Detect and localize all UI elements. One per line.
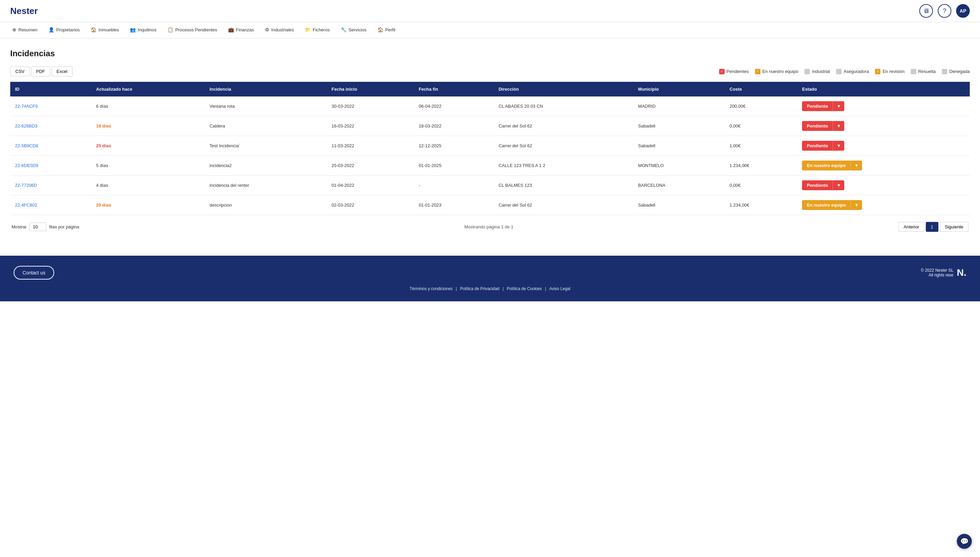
nav-label-propietarios: Propietarios — [56, 27, 80, 33]
row-id-link[interactable]: 22-4FC802 — [15, 202, 37, 208]
page-1-button[interactable]: 1 — [926, 222, 938, 232]
cell-municipio: MONTMELO — [633, 156, 725, 176]
cell-updated: 20 días — [91, 195, 205, 215]
status-badge-dropdown[interactable]: ▼ — [833, 180, 844, 190]
main-content: Incidencias CSV PDF Excel Pendientes En … — [0, 39, 980, 242]
table-header-row: ID Actualizado hace Incidencia Fecha ini… — [10, 82, 970, 96]
footer-link-privacy[interactable]: Política de Privacidad — [460, 286, 499, 291]
propietarios-icon: 👤 — [49, 27, 54, 33]
status-badge-dropdown[interactable]: ▼ — [833, 141, 844, 151]
status-badge-dropdown[interactable]: ▼ — [833, 121, 844, 131]
row-id-link[interactable]: 22-77206D — [15, 183, 37, 188]
cell-fecha-inicio: 16-03-2022 — [327, 116, 414, 136]
cell-fecha-fin: 01-01-2023 — [414, 195, 494, 215]
col-id: ID — [10, 82, 91, 96]
header: Nester 🖥 ? AP — [0, 0, 980, 22]
nav-item-procesos[interactable]: 📋 Procesos Pendientes — [162, 22, 223, 38]
status-badge: Pendiente ▼ — [802, 101, 844, 111]
nav-label-inquilinos: Inquilinos — [138, 27, 157, 33]
procesos-icon: 📋 — [168, 27, 173, 33]
row-id-link[interactable]: 22-74ACF9 — [15, 104, 38, 109]
nav-label-finanzas: Finanzas — [236, 27, 254, 33]
nav-item-propietarios[interactable]: 👤 Propietarios — [43, 22, 85, 38]
cell-coste: 0,00€ — [725, 116, 797, 136]
footer-brand: © 2022 Nester SL All rights rese N. — [921, 267, 966, 278]
footer-link-legal[interactable]: Aviso Legal — [550, 286, 571, 291]
en-revision-checkbox[interactable] — [875, 69, 881, 74]
footer-link-cookies[interactable]: Política de Cookies — [507, 286, 542, 291]
ficheros-icon: 📁 — [305, 27, 311, 33]
cell-municipio: Sabadell — [633, 136, 725, 156]
resuelta-checkbox[interactable] — [911, 69, 916, 74]
status-badge-dropdown[interactable]: ▼ — [850, 200, 862, 210]
row-id-link[interactable]: 22-5B9CD8 — [15, 143, 38, 148]
cell-municipio: Sabadell — [633, 116, 725, 136]
rows-per-page: Mostrar filas por página — [11, 223, 79, 231]
status-badge: Pendiente ▼ — [802, 121, 844, 131]
page-info: Mostrando página 1 de 1 — [465, 224, 514, 230]
industrial-label: Industrial — [812, 69, 830, 74]
status-badge-dropdown[interactable]: ▼ — [833, 101, 844, 111]
table-row: 22-4FC80220 díasdescripcion02-03-202201-… — [10, 195, 970, 215]
prev-button[interactable]: Anterior — [898, 222, 925, 232]
export-buttons: CSV PDF Excel — [10, 67, 73, 77]
filter-aseguradora[interactable]: Aseguradora — [836, 69, 869, 74]
cell-updated: 18 días — [91, 116, 205, 136]
filter-denegada[interactable]: Denegada — [942, 69, 970, 74]
help-button[interactable]: ? — [938, 4, 951, 18]
header-actions: 🖥 ? AP — [919, 4, 970, 18]
table-row: 22-74ACF96 díasVentana rota30-03-202206-… — [10, 96, 970, 116]
cell-fecha-inicio: 01-04-2022 — [327, 176, 414, 195]
nav-item-perfil[interactable]: 🏠 Perfil — [372, 22, 401, 38]
cell-id: 22-4FC802 — [10, 195, 91, 215]
filter-industrial[interactable]: Industrial — [804, 69, 830, 74]
user-menu-button[interactable]: AP — [956, 4, 970, 18]
status-badge: En nuestro equipo ▼ — [802, 161, 862, 171]
col-updated: Actualizado hace — [91, 82, 205, 96]
status-badge-text: Pendiente — [802, 180, 833, 190]
footer-link-terms[interactable]: Términos y condiciones — [409, 286, 452, 291]
cell-estado: Pendiente ▼ — [797, 176, 970, 195]
status-badge-dropdown[interactable]: ▼ — [850, 161, 862, 171]
nav-item-industriales[interactable]: ⚙ Industriales — [259, 22, 299, 38]
next-button[interactable]: Siguiente — [940, 222, 969, 232]
status-badge-text: Pendiente — [802, 141, 833, 151]
table-body: 22-74ACF96 díasVentana rota30-03-202206-… — [10, 96, 970, 215]
aseguradora-checkbox[interactable] — [836, 69, 841, 74]
csv-button[interactable]: CSV — [10, 67, 30, 77]
nav-item-finanzas[interactable]: 💼 Finanzas — [223, 22, 259, 38]
aseguradora-label: Aseguradora — [844, 69, 869, 74]
contact-button[interactable]: Contact us — [14, 266, 54, 280]
row-id-link[interactable]: 22-6DE5D9 — [15, 163, 38, 168]
cell-updated: 5 días — [91, 156, 205, 176]
denegada-checkbox[interactable] — [942, 69, 947, 74]
filter-resuelta[interactable]: Resuelta — [911, 69, 936, 74]
en-nuestro-equipo-checkbox[interactable] — [755, 69, 760, 74]
filter-pendientes[interactable]: Pendientes — [719, 69, 749, 74]
footer-bottom: Términos y condiciones | Política de Pri… — [14, 286, 966, 291]
rows-label: Mostrar — [11, 224, 27, 230]
pendientes-label: Pendientes — [727, 69, 749, 74]
industrial-checkbox[interactable] — [804, 69, 810, 74]
pdf-button[interactable]: PDF — [31, 67, 50, 77]
pagination-row: Mostrar filas por página Mostrando págin… — [10, 222, 970, 232]
filter-en-nuestro-equipo[interactable]: En nuestro equipo — [755, 69, 799, 74]
finanzas-icon: 💼 — [228, 27, 234, 33]
cell-coste: 0,00€ — [725, 176, 797, 195]
monitor-button[interactable]: 🖥 — [919, 4, 933, 18]
nav-item-resumen[interactable]: ⊕ Resumen — [7, 22, 43, 38]
nav-item-inmuebles[interactable]: 🏠 Inmuebles — [85, 22, 124, 38]
rows-input[interactable] — [29, 223, 46, 231]
pendientes-checkbox[interactable] — [719, 69, 725, 74]
nav-item-inquilinos[interactable]: 👥 Inquilinos — [124, 22, 162, 38]
cell-id: 22-5B9CD8 — [10, 136, 91, 156]
nav-item-ficheros[interactable]: 📁 Ficheros — [299, 22, 335, 38]
cell-estado: Pendiente ▼ — [797, 136, 970, 156]
row-id-link[interactable]: 22-626BD3 — [15, 124, 38, 129]
nav-item-servicios[interactable]: 🔧 Servicios — [335, 22, 372, 38]
excel-button[interactable]: Excel — [52, 67, 73, 77]
table-row: 22-626BD318 díasCaldera16-03-202218-03-2… — [10, 116, 970, 136]
filter-en-revision[interactable]: En revisión — [875, 69, 904, 74]
industriales-icon: ⚙ — [265, 27, 269, 33]
logo: Nester — [10, 6, 38, 16]
